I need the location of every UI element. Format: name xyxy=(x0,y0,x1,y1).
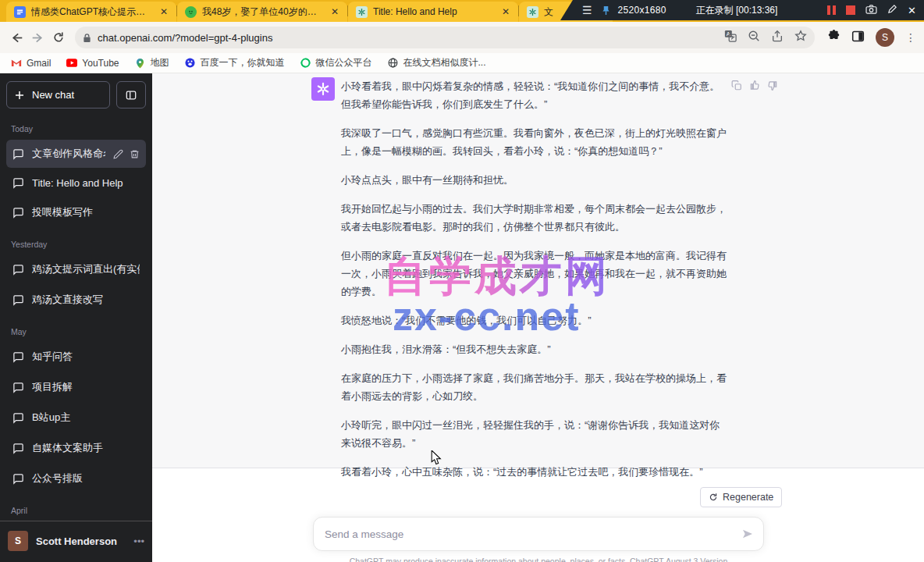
history-section-label: May xyxy=(6,316,146,343)
send-icon[interactable] xyxy=(741,528,754,540)
tab-1[interactable]: 情感类ChatGPT核心提示词，快 ✕ xyxy=(6,2,176,22)
side-panel-icon[interactable] xyxy=(851,30,865,46)
tab-close-icon[interactable]: ✕ xyxy=(158,5,170,18)
new-chat-button[interactable]: New chat xyxy=(6,81,110,108)
pencil-icon[interactable] xyxy=(887,4,897,16)
copy-icon[interactable] xyxy=(731,80,742,91)
message-input[interactable] xyxy=(325,528,741,540)
tab-close-icon[interactable]: ✕ xyxy=(499,5,512,18)
youtube-icon xyxy=(66,58,77,69)
tab-2[interactable]: 我48岁，娶了单位40岁的同事， ✕ xyxy=(177,2,347,22)
user-avatar: S xyxy=(8,531,28,551)
history-section-label: Today xyxy=(6,113,146,140)
url-text[interactable]: chat.openai.com/?model=gpt-4-plugins xyxy=(98,32,724,44)
history-item[interactable]: Title: Hello and Help xyxy=(6,170,146,196)
pause-icon[interactable] xyxy=(827,5,836,15)
chat-bubble-icon xyxy=(12,412,24,424)
bookmark-star-icon[interactable] xyxy=(794,30,807,45)
chatgpt-favicon-icon xyxy=(527,6,538,18)
thumbs-down-icon[interactable] xyxy=(767,80,778,91)
share-icon[interactable] xyxy=(771,30,784,45)
menu-icon[interactable]: ☰ xyxy=(582,4,592,16)
history-section-label: Yesterday xyxy=(6,229,146,255)
camera-icon[interactable] xyxy=(865,5,877,16)
tab-title: 情感类ChatGPT核心提示词，快 xyxy=(31,5,152,19)
wechat-article-favicon-icon xyxy=(185,6,197,18)
tab-3[interactable]: Title: Hello and Help ✕ xyxy=(348,2,518,22)
paragraph: 我看着小玲，心中五味杂陈，说：“过去的事情就让它过去吧，我们要珍惜现在。” xyxy=(341,463,727,481)
bookmark-baidu[interactable]: 百度一下，你就知道 xyxy=(185,56,285,69)
plus-icon xyxy=(15,91,24,100)
thumbs-up-icon[interactable] xyxy=(749,80,760,91)
recording-status: 正在录制 [00:13:36] xyxy=(696,4,778,17)
sidebar-toggle-icon xyxy=(126,90,137,101)
recording-toolbar: ☰ 2520x1680 正在录制 [00:13:36] ✕ xyxy=(560,0,924,20)
history-section-label: April xyxy=(6,495,146,521)
refresh-icon xyxy=(709,493,718,502)
forward-icon[interactable] xyxy=(29,27,47,48)
chrome-menu-icon[interactable]: ⋮ xyxy=(905,31,916,44)
pin-icon[interactable] xyxy=(602,5,610,16)
message-text: 小玲看着我，眼中闪烁着复杂的情感，轻轻说：“我知道你们之间的事情，我不介意。但我… xyxy=(341,77,727,481)
chat-bubble-icon xyxy=(12,264,24,276)
regenerate-button[interactable]: Regenerate xyxy=(700,487,782,507)
chat-bubble-icon xyxy=(12,207,24,219)
history-item[interactable]: 鸡汤文提示词直出(有实例) xyxy=(6,255,146,283)
bookmark-maps[interactable]: 地图 xyxy=(135,56,169,69)
history-item[interactable]: 项目拆解 xyxy=(6,373,146,401)
stop-icon[interactable] xyxy=(846,5,855,15)
history-item[interactable]: 投喂模板写作 xyxy=(6,198,146,226)
history-item[interactable]: 文章创作风格命名：风 xyxy=(6,140,146,168)
paragraph: 小玲听完，眼中闪过一丝泪光，轻轻握住我的手，说：“谢谢你告诉我，我知道这对你来说… xyxy=(341,416,727,452)
assistant-message: 小玲看着我，眼中闪烁着复杂的情感，轻轻说：“我知道你们之间的事情，我不介意。但我… xyxy=(152,73,924,468)
history-item[interactable]: B站up主 xyxy=(6,404,146,432)
chat-bubble-icon xyxy=(12,382,24,393)
history-item[interactable]: 自媒体文案助手 xyxy=(6,434,146,462)
paragraph: 在家庭的压力下，小雨选择了家庭，我们痛苦地分手。那天，我站在学校的操场上，看着小… xyxy=(341,369,727,405)
reload-icon[interactable] xyxy=(49,27,67,48)
paragraph: 小玲点点头，眼中有一丝期待和担忧。 xyxy=(341,171,727,189)
chat-bubble-icon xyxy=(12,148,24,160)
chat-history-list: Today 文章创作风格命名：风 Title: Hello and Help 投… xyxy=(0,113,152,521)
chatgpt-avatar-icon xyxy=(311,77,335,101)
chat-bubble-icon xyxy=(12,294,24,306)
recording-resolution: 2520x1680 xyxy=(618,5,666,16)
tab-close-icon[interactable]: ✕ xyxy=(329,5,341,18)
bookmark-youtube[interactable]: YouTube xyxy=(66,58,119,69)
close-recorder-icon[interactable]: ✕ xyxy=(908,5,916,16)
translate-icon[interactable]: A xyxy=(724,30,737,45)
gmail-icon xyxy=(11,58,22,69)
chat-bubble-icon xyxy=(12,351,24,363)
zoom-out-icon[interactable] xyxy=(748,30,760,45)
chat-main: 小玲看着我，眼中闪烁着复杂的情感，轻轻说：“我知道你们之间的事情，我不介意。但我… xyxy=(152,73,924,562)
mouse-cursor xyxy=(431,450,442,469)
address-bar[interactable]: chat.openai.com/?model=gpt-4-plugins A xyxy=(75,27,815,48)
user-menu[interactable]: S Scott Henderson ••• xyxy=(0,521,152,562)
chat-bubble-icon xyxy=(12,177,24,189)
browser-window: 情感类ChatGPT核心提示词，快 ✕ 我48岁，娶了单位40岁的同事， ✕ T… xyxy=(0,0,924,562)
message-composer xyxy=(313,517,764,551)
doc-favicon-icon xyxy=(14,6,26,18)
bookmark-gmail[interactable]: Gmail xyxy=(11,58,51,69)
extensions-icon[interactable] xyxy=(827,30,840,46)
collapse-sidebar-button[interactable] xyxy=(116,81,146,108)
bookmark-wechat-mp[interactable]: 微信公众平台 xyxy=(300,56,372,69)
paragraph: 我愤怒地说：“我们不需要他的钱，我们可以自己努力。” xyxy=(341,311,727,329)
tab-bar: 情感类ChatGPT核心提示词，快 ✕ 我48岁，娶了单位40岁的同事， ✕ T… xyxy=(0,0,924,22)
profile-avatar[interactable]: S xyxy=(876,28,894,47)
chat-bubble-icon xyxy=(12,443,24,454)
history-item[interactable]: 公众号排版 xyxy=(6,464,146,493)
chat-bubble-icon xyxy=(12,473,24,485)
history-item[interactable]: 知乎问答 xyxy=(6,343,146,371)
bookmark-doc-similarity[interactable]: 在线文档相似度计... xyxy=(388,56,486,69)
tab-title: 我48岁，娶了单位40岁的同事， xyxy=(202,5,323,19)
back-icon[interactable] xyxy=(8,27,26,48)
edit-icon[interactable] xyxy=(113,149,123,159)
history-item[interactable]: 鸡汤文直接改写 xyxy=(6,286,146,314)
paragraph: 小雨抱住我，泪水滑落：“但我不想失去家庭。” xyxy=(341,340,727,358)
disclaimer-text: ChatGPT may produce inaccurate informati… xyxy=(313,557,764,562)
user-options-icon[interactable]: ••• xyxy=(133,535,144,547)
delete-icon[interactable] xyxy=(130,149,140,159)
paragraph: 我开始回忆起与小雨的过去。我们大学时期非常相爱，每个周末都会一起去公园散步，或者… xyxy=(341,200,727,236)
lock-icon xyxy=(83,33,91,43)
